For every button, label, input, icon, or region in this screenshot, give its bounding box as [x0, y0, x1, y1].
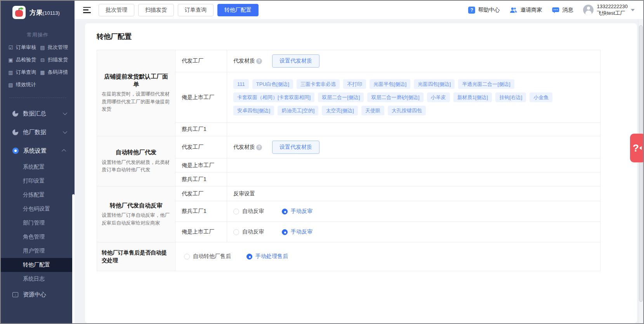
tab-order-query[interactable]: 订单查询: [178, 4, 214, 16]
material-tag: 双层二合一[侧边]: [318, 92, 364, 102]
batch-manage-icon: ▤: [40, 45, 45, 51]
quick-item-order-audit[interactable]: ☑订单审核: [8, 44, 40, 51]
quick-item-barcode-detail[interactable]: ▦条码详情: [40, 69, 71, 76]
barcode-detail-icon: ▦: [40, 70, 45, 75]
quick-item-order-query[interactable]: ▥订单查询: [8, 69, 40, 76]
factory-cell: 蔡兵工厂1: [175, 123, 227, 136]
tab-batch-manage[interactable]: 批次管理: [99, 4, 134, 16]
factory-cell: 蔡兵工厂1: [175, 172, 227, 186]
radio-manual-reverse-audit[interactable]: 手动反审: [282, 228, 312, 235]
radio-manual-aftersale[interactable]: 手动处理售后: [246, 253, 288, 260]
quick-item-batch-manage[interactable]: ▤批次管理: [40, 44, 71, 51]
factory-cell: 代发工厂: [175, 50, 227, 72]
invite-merchant-label: 邀请商家: [520, 7, 542, 14]
help-circle-icon[interactable]: ?: [256, 145, 262, 150]
sidebar-item-sorting-config[interactable]: 分拣配置: [1, 188, 75, 202]
material-tag: 不打印: [343, 79, 366, 89]
page-scrollbar-thumb[interactable]: [639, 25, 643, 302]
sidebar-item-system-log[interactable]: 系统日志: [1, 272, 75, 286]
collapse-menu-icon[interactable]: [83, 7, 91, 13]
sidebar-item-other-factory-data[interactable]: 他厂数据: [1, 123, 75, 141]
app-logo[interactable]: 方果(10113): [1, 1, 75, 19]
user-info: 13322222230 飞快test工厂: [597, 3, 628, 16]
quick-item-label: 订单审核: [16, 44, 36, 51]
material-tag: 新材质1[侧边]: [453, 92, 492, 102]
sidebar-item-print-settings[interactable]: 打印设置: [1, 174, 75, 188]
transfer-config-table: 店铺提前发货默认工厂面单 在提前发货时，设置哪些代发材质用哪些代发工厂的面单做提…: [97, 50, 601, 271]
quick-item-quality-check[interactable]: ▣品检验货: [8, 56, 40, 63]
group-aftersale-auto-submit: 转他厂订单售后是否自动提交处理: [97, 242, 175, 271]
reverse-audit-radio-cell: 自动反审 手动反审: [227, 201, 601, 222]
radio-circle-icon: [246, 254, 252, 260]
group-title: 转他厂代发自动反审: [102, 202, 170, 209]
sidebar-scrollbar-thumb[interactable]: [72, 194, 75, 324]
page-scrollbar[interactable]: [638, 20, 643, 323]
tab-transfer-factory-config[interactable]: 转他厂配置: [217, 4, 259, 16]
sidebar-item-role-manage[interactable]: 角色管理: [1, 230, 75, 244]
sidebar-item-department-manage[interactable]: 部门管理: [1, 216, 75, 230]
radio-manual-reverse-audit[interactable]: 手动反审: [282, 208, 312, 215]
system-settings-submenu: 系统配置 打印设置 分拣配置 分包码设置 部门管理 角色管理 用户管理 转他厂配…: [1, 160, 75, 286]
caret-down-icon: [631, 9, 635, 11]
quick-item-label: 扫描发货: [48, 56, 68, 63]
radio-label: 手动处理售后: [255, 253, 288, 260]
avatar: [583, 5, 594, 15]
set-material-button[interactable]: 设置代发材质: [272, 141, 319, 154]
tab-scan-ship[interactable]: 扫描发货: [138, 4, 174, 16]
invite-merchant-link[interactable]: 邀请商家: [510, 7, 542, 14]
help-center-label: 帮助中心: [478, 7, 500, 14]
factory-cell: 俺是上市工厂: [175, 222, 227, 242]
app-window: 方果(10113) 常用操作 ☑订单审核 ▤批次管理 ▣品检验货 ⊟扫描发货 ▥…: [0, 0, 644, 324]
resource-window-icon: ↓: [12, 292, 18, 297]
sidebar-item-system-config[interactable]: 系统配置: [1, 160, 75, 174]
radio-label: 手动反审: [291, 228, 312, 235]
group-desc: 设置转他厂订单自动反审，他厂反审后自动反审给对应商家: [102, 212, 170, 227]
chat-bubble-icon: [552, 7, 559, 13]
group-desc: 设置转他厂代发的材质，此类材质订单自动转他厂代发: [102, 159, 170, 174]
user-account-dropdown[interactable]: 13322222230 飞快test工厂: [583, 3, 635, 16]
material-tag: 光面四包[侧边]: [414, 79, 455, 89]
menu-label: 数据汇总: [23, 110, 46, 117]
group-auto-reverse-audit: 转他厂代发自动反审 设置转他厂订单自动反审，他厂反审后自动反审给对应商家: [97, 186, 175, 242]
config-card: 转他厂配置 店铺提前发货默认工厂面单 在提前发货时，设置哪些代发材质用哪些代发工…: [85, 23, 637, 323]
floating-help-button[interactable]: ?: [630, 134, 644, 162]
radio-label: 自动反审: [242, 228, 264, 235]
set-material-button[interactable]: 设置代发材质: [272, 54, 319, 68]
sidebar: 方果(10113) 常用操作 ☑订单审核 ▤批次管理 ▣品检验货 ⊟扫描发货 ▥…: [1, 1, 75, 323]
main-area: 批次管理 扫描发货 订单查询 转他厂配置 ? 帮助中心 邀请商家 消息: [75, 1, 643, 323]
content-area: 转他厂配置 店铺提前发货默认工厂面单 在提前发货时，设置哪些代发材质用哪些代发工…: [75, 19, 643, 323]
sidebar-item-data-summary[interactable]: 数据汇总: [1, 104, 75, 123]
help-question-icon: ?: [468, 7, 475, 14]
quality-check-icon: ▣: [8, 57, 14, 63]
material-label: 代发材质: [233, 144, 255, 151]
sidebar-item-user-manage[interactable]: 用户管理: [1, 244, 75, 258]
messages-link[interactable]: 消息: [552, 7, 573, 14]
radio-auto-aftersale[interactable]: 自动转他厂售后: [184, 253, 231, 260]
reverse-audit-radio-cell: 自动反审 手动反审: [227, 222, 601, 242]
material-tag: 光面半包[侧边]: [370, 79, 410, 89]
material-tag: 111: [233, 79, 249, 89]
sidebar-item-resource-center[interactable]: ↓ 资源中心: [1, 286, 75, 303]
help-circle-icon[interactable]: ?: [256, 58, 262, 64]
reverse-audit-header-cell: 反审设置: [227, 186, 601, 201]
group-desc: 在提前发货时，设置哪些代发材质用哪些代发工厂的面单做提前发货: [102, 91, 170, 113]
radio-auto-reverse-audit[interactable]: 自动反审: [233, 208, 264, 215]
help-center-link[interactable]: ? 帮助中心: [468, 7, 500, 14]
tag-list: 111 TPU白色[侧边] 三面卡套非必选 不打印 光面半包[侧边] 光面四包[…: [233, 75, 595, 119]
page-title: 转他厂配置: [97, 32, 625, 41]
material-label: 代发材质: [233, 57, 255, 64]
chevron-down-icon: [63, 129, 67, 134]
sidebar-item-transfer-factory-config[interactable]: 转他厂配置: [1, 258, 75, 272]
quick-item-performance[interactable]: ▧绩效统计: [8, 81, 40, 88]
material-setting-cell: 代发材质 ? 设置代发材质: [227, 136, 601, 159]
radio-auto-reverse-audit[interactable]: 自动反审: [233, 228, 264, 235]
pie-chart-icon: [12, 111, 18, 117]
radio-label: 自动反审: [242, 208, 264, 215]
sidebar-item-pack-code-settings[interactable]: 分包码设置: [1, 202, 75, 216]
quick-item-scan-ship[interactable]: ⊟扫描发货: [40, 56, 71, 63]
material-tags-cell: 111 TPU白色[侧边] 三面卡套非必选 不打印 光面半包[侧边] 光面四包[…: [227, 72, 601, 123]
sidebar-item-system-settings[interactable]: 系统设置: [1, 141, 75, 160]
material-tag: TPU白色[侧边]: [252, 79, 293, 89]
material-tag: 奶油壳工[空的]: [278, 106, 318, 115]
quick-ops-title: 常用操作: [1, 31, 75, 38]
